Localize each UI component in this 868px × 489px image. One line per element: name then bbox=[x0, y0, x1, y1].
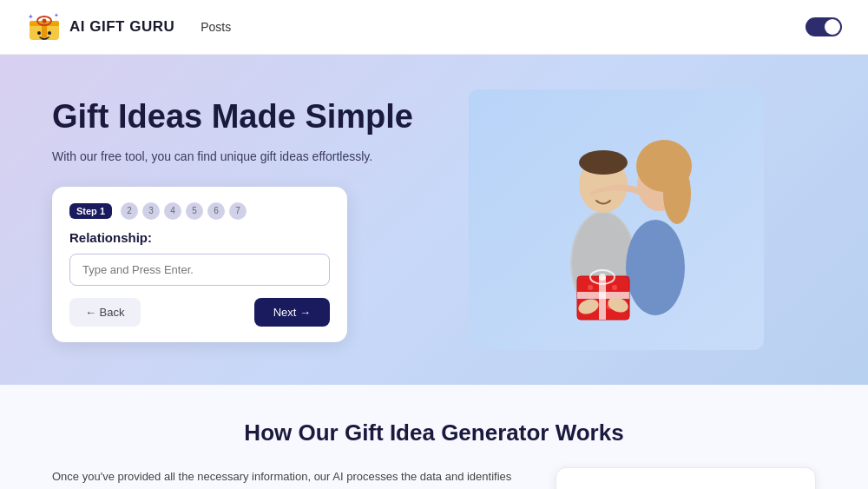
svg-point-15 bbox=[626, 220, 685, 315]
svg-point-21 bbox=[588, 285, 593, 290]
step-dot-5: 5 bbox=[186, 202, 203, 220]
hero-image-area bbox=[417, 89, 816, 350]
how-text: Once you've provided all the necessary i… bbox=[52, 467, 529, 489]
step-dot-2: 2 bbox=[121, 202, 138, 220]
step-dot-4: 4 bbox=[164, 202, 181, 220]
next-button[interactable]: Next → bbox=[254, 298, 330, 327]
logo-icon: ✦ ✦ bbox=[26, 9, 62, 45]
hero-subtitle: With our free tool, you can find unique … bbox=[52, 148, 417, 166]
svg-point-23 bbox=[612, 285, 617, 290]
dark-mode-toggle[interactable] bbox=[806, 17, 842, 36]
step-dot-7: 7 bbox=[229, 202, 247, 220]
svg-point-6 bbox=[37, 31, 41, 35]
waitlist-card: Join The Waitlist Get on the waitlist fo… bbox=[556, 467, 816, 489]
step-row: Step 1 2 3 4 5 6 7 bbox=[69, 202, 330, 220]
step-badge: Step 1 bbox=[69, 203, 112, 219]
navbar: ✦ ✦ AI GIFT GURU Posts bbox=[0, 0, 868, 55]
couple-illustration bbox=[469, 89, 764, 350]
logo-text: AI GIFT GURU bbox=[69, 18, 174, 36]
svg-text:✦: ✦ bbox=[28, 13, 34, 21]
svg-point-29 bbox=[599, 274, 606, 281]
hero-section: Gift Ideas Made Simple With our free too… bbox=[0, 55, 868, 385]
gift-form-card: Step 1 2 3 4 5 6 7 Relationship: ← Back … bbox=[52, 187, 347, 342]
step-dot-6: 6 bbox=[207, 202, 225, 220]
svg-point-5 bbox=[43, 19, 47, 23]
posts-link[interactable]: Posts bbox=[201, 20, 231, 34]
svg-point-18 bbox=[663, 163, 691, 224]
nav-links: Posts bbox=[201, 20, 231, 34]
how-paragraph-1: Once you've provided all the necessary i… bbox=[52, 467, 529, 489]
svg-text:✦: ✦ bbox=[54, 12, 59, 18]
back-button[interactable]: ← Back bbox=[69, 298, 141, 327]
how-content: Once you've provided all the necessary i… bbox=[52, 467, 816, 489]
svg-point-14 bbox=[579, 150, 628, 175]
logo[interactable]: ✦ ✦ AI GIFT GURU bbox=[26, 9, 174, 45]
svg-rect-27 bbox=[577, 292, 629, 299]
how-title: How Our Gift Idea Generator Works bbox=[52, 420, 816, 446]
how-section: How Our Gift Idea Generator Works Once y… bbox=[0, 385, 868, 489]
hero-title: Gift Ideas Made Simple bbox=[52, 97, 417, 137]
toggle-knob bbox=[825, 19, 840, 35]
svg-point-7 bbox=[48, 31, 51, 35]
relationship-label: Relationship: bbox=[69, 230, 330, 245]
step-dot-3: 3 bbox=[142, 202, 160, 220]
card-buttons: ← Back Next → bbox=[69, 298, 330, 327]
hero-image bbox=[469, 89, 764, 350]
relationship-input[interactable] bbox=[69, 254, 330, 286]
step-dots: 2 3 4 5 6 7 bbox=[121, 202, 247, 220]
hero-content: Gift Ideas Made Simple With our free too… bbox=[52, 97, 417, 342]
